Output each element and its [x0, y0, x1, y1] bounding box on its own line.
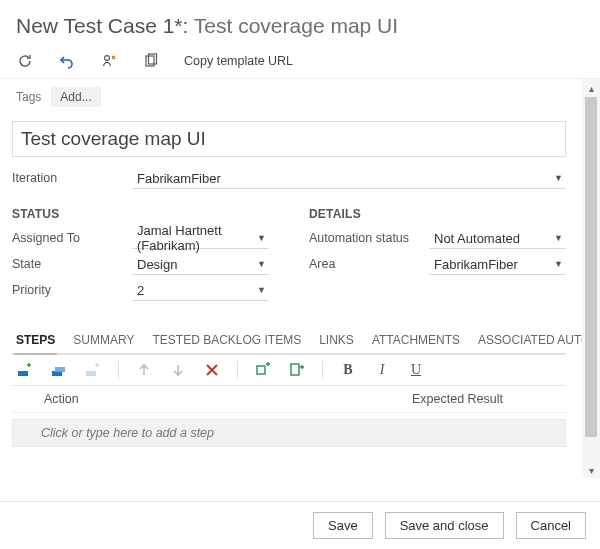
- main-toolbar: Copy template URL: [0, 48, 600, 78]
- status-heading: STATUS: [12, 207, 269, 221]
- chevron-down-icon: ▼: [257, 285, 266, 295]
- underline-icon[interactable]: U: [407, 361, 425, 379]
- undo-icon[interactable]: [58, 52, 76, 70]
- state-dropdown[interactable]: Design ▼: [132, 253, 269, 275]
- iteration-label: Iteration: [12, 171, 132, 185]
- svg-point-0: [105, 56, 110, 61]
- assign-icon[interactable]: [100, 52, 118, 70]
- iteration-value: FabrikamFiber: [137, 171, 221, 186]
- title-name: Test coverage map UI: [194, 14, 398, 37]
- area-value: FabrikamFiber: [434, 257, 518, 272]
- state-value: Design: [137, 257, 177, 272]
- svg-rect-8: [291, 364, 299, 375]
- add-attachment-icon[interactable]: [288, 361, 306, 379]
- chevron-down-icon: ▼: [257, 259, 266, 269]
- iteration-dropdown[interactable]: FabrikamFiber ▼: [132, 167, 566, 189]
- dialog-footer: Save Save and close Cancel: [0, 501, 600, 549]
- tab-strip: STEPS SUMMARY TESTED BACKLOG ITEMS LINKS…: [12, 327, 566, 355]
- assigned-to-label: Assigned To: [12, 231, 132, 245]
- chevron-down-icon: ▼: [257, 233, 266, 243]
- tab-summary[interactable]: SUMMARY: [71, 327, 136, 353]
- assigned-to-value: Jamal Hartnett (Fabrikam): [137, 223, 264, 253]
- svg-rect-5: [55, 367, 65, 372]
- insert-param-icon[interactable]: [254, 361, 272, 379]
- cancel-button[interactable]: Cancel: [516, 512, 586, 539]
- details-heading: DETAILS: [309, 207, 566, 221]
- scroll-thumb[interactable]: [585, 97, 597, 437]
- add-tag-button[interactable]: Add...: [51, 87, 100, 107]
- title-input[interactable]: [12, 121, 566, 157]
- add-step-placeholder[interactable]: Click or type here to add a step: [12, 419, 566, 447]
- save-button[interactable]: Save: [313, 512, 373, 539]
- column-expected: Expected Result: [412, 392, 562, 406]
- chevron-down-icon: ▼: [554, 173, 563, 183]
- refresh-icon[interactable]: [16, 52, 34, 70]
- scroll-up-icon[interactable]: ▴: [582, 79, 600, 97]
- svg-rect-7: [257, 366, 265, 374]
- insert-shared-step-icon[interactable]: [50, 361, 68, 379]
- tab-links[interactable]: LINKS: [317, 327, 356, 353]
- italic-icon[interactable]: I: [373, 361, 391, 379]
- separator: [237, 361, 238, 379]
- move-down-icon[interactable]: [169, 361, 187, 379]
- priority-label: Priority: [12, 283, 132, 297]
- svg-rect-3: [18, 371, 28, 376]
- insert-step-icon[interactable]: [16, 361, 34, 379]
- copy-icon[interactable]: [142, 52, 160, 70]
- copy-template-url-link[interactable]: Copy template URL: [184, 54, 293, 68]
- steps-header: Action Expected Result: [12, 386, 566, 413]
- tab-tested-backlog[interactable]: TESTED BACKLOG ITEMS: [150, 327, 303, 353]
- tags-label: Tags: [16, 90, 41, 104]
- title-prefix: New Test Case 1*:: [16, 14, 188, 37]
- column-action: Action: [44, 392, 412, 406]
- form-body: Tags Add... Iteration FabrikamFiber ▼ ST…: [0, 78, 600, 478]
- tab-attachments[interactable]: ATTACHMENTS: [370, 327, 462, 353]
- create-shared-steps-icon[interactable]: [84, 361, 102, 379]
- separator: [322, 361, 323, 379]
- separator: [118, 361, 119, 379]
- state-label: State: [12, 257, 132, 271]
- delete-step-icon[interactable]: [203, 361, 221, 379]
- chevron-down-icon: ▼: [554, 259, 563, 269]
- area-dropdown[interactable]: FabrikamFiber ▼: [429, 253, 566, 275]
- automation-status-dropdown[interactable]: Not Automated ▼: [429, 227, 566, 249]
- svg-rect-6: [86, 371, 96, 376]
- priority-value: 2: [137, 283, 144, 298]
- bold-icon[interactable]: B: [339, 361, 357, 379]
- window-title: New Test Case 1*: Test coverage map UI: [0, 0, 600, 48]
- area-label: Area: [309, 257, 429, 271]
- steps-toolbar: B I U: [12, 355, 566, 386]
- save-and-close-button[interactable]: Save and close: [385, 512, 504, 539]
- automation-status-value: Not Automated: [434, 231, 520, 246]
- tags-row: Tags Add...: [12, 79, 566, 113]
- priority-dropdown[interactable]: 2 ▼: [132, 279, 269, 301]
- chevron-down-icon: ▼: [554, 233, 563, 243]
- tab-steps[interactable]: STEPS: [14, 327, 57, 355]
- scroll-down-icon[interactable]: ▾: [582, 461, 600, 478]
- vertical-scrollbar[interactable]: ▴ ▾: [582, 79, 600, 478]
- assigned-to-dropdown[interactable]: Jamal Hartnett (Fabrikam) ▼: [132, 227, 269, 249]
- move-up-icon[interactable]: [135, 361, 153, 379]
- automation-status-label: Automation status: [309, 231, 429, 245]
